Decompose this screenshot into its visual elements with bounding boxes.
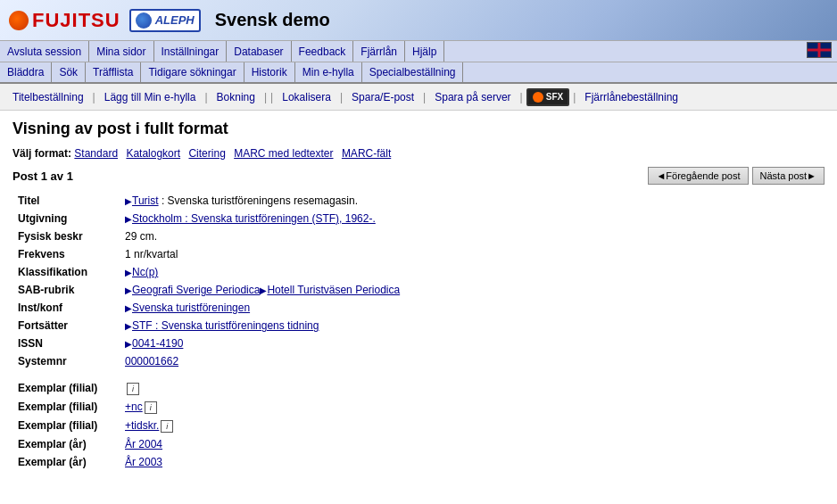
field-name-issn: ISSN [12,335,120,352]
nav-tidigare[interactable]: Tidigare sökningar [141,62,244,82]
format-katalogkort[interactable]: Katalogkort [126,147,180,160]
nav-historik[interactable]: Historik [244,62,295,82]
sab-hotell-link[interactable]: Hotell Turistväsen Periodica [267,284,400,296]
nav-special[interactable]: Specialbeställning [362,62,464,82]
content: Visning av post i fullt format Välj form… [0,111,837,480]
field-value-klass: ▶Nc(p) [120,263,825,281]
nav-feedback[interactable]: Feedback [292,41,354,62]
prev-post-button[interactable]: ◄Föregående post [648,167,748,185]
info-icon[interactable]: i [145,401,157,414]
nav-top: Avsluta session Mina sidor Inställningar… [0,41,837,62]
field-value-fysisk: 29 cm. [120,227,825,245]
toolbar-fjarrlaan[interactable]: Fjärrlånebeställning [579,91,684,103]
toolbar-bokning[interactable]: Bokning [211,91,261,103]
field-name-sab: SAB-rubrik [12,281,120,299]
toolbar-spara-server[interactable]: Spara på server [429,91,516,103]
nav-mina-sidor[interactable]: Mina sidor [89,41,153,62]
table-row: Fysisk beskr 29 cm. [12,227,825,245]
exemplar4-link[interactable]: År 2004 [125,438,162,450]
toolbar-lagg-till[interactable]: Lägg till Min e-hylla [99,91,202,103]
nav-bottom: Bläddra Sök Träfflista Tidigare sökninga… [0,62,837,84]
tri-icon: ▶ [125,321,132,331]
nav-trafflista[interactable]: Träfflista [86,62,141,82]
fortsatter-link[interactable]: STF : Svenska turistföreningens tidning [132,319,319,332]
table-row: ISSN ▶0041-4190 [12,335,825,352]
sfx-button[interactable]: SFX [526,88,569,106]
table-row: Titel ▶Turist : Svenska turistföreningen… [12,192,825,210]
klass-link[interactable]: Nc(p) [132,266,158,278]
nav-hjalp[interactable]: Hjälp [405,41,444,62]
field-value-exemplar4: År 2004 [120,435,825,453]
utgivning-link[interactable]: Stockholm : Svenska turistföreningen (ST… [132,212,376,225]
info-icon[interactable]: i [127,383,139,395]
field-name-exemplar1: Exemplar (filial) [12,379,120,398]
field-name-exemplar2: Exemplar (filial) [12,398,120,417]
header: FUJITSU ALEPH Svensk demo [0,0,837,41]
nav-bladd ra[interactable]: Bläddra [0,62,52,82]
field-name-exemplar4: Exemplar (år) [12,435,120,453]
field-value-exemplar1: i [120,379,825,398]
next-post-button[interactable]: Nästa post► [752,167,825,185]
table-row: Exemplar (år) År 2004 [12,435,825,453]
post-label: Post 1 av 1 [12,169,73,183]
titel-link[interactable]: Turist [132,194,159,207]
table-row: Exemplar (filial) i [12,379,825,398]
fujitsu-text: FUJITSU [32,9,120,32]
format-standard[interactable]: Standard [74,147,118,160]
toolbar-spara-epost[interactable]: Spara/E-post [346,91,419,103]
exemplar3-link[interactable]: +tidskr. [125,419,159,432]
table-row: Systemnr 000001662 [12,352,825,370]
table-row: Klassifikation ▶Nc(p) [12,263,825,281]
field-value-issn: ▶0041-4190 [120,335,825,352]
format-marc-ledtexter[interactable]: MARC med ledtexter [234,147,333,160]
nav-min-ehylla[interactable]: Min e-hylla [295,62,362,82]
nav-installningar[interactable]: Inställningar [154,41,228,62]
field-name-exemplar3: Exemplar (filial) [12,417,120,435]
info-icon[interactable]: i [161,420,173,433]
field-name-exemplar5: Exemplar (år) [12,453,120,471]
systemnr-link[interactable]: 000001662 [125,355,178,368]
format-citering[interactable]: Citering [188,147,225,160]
site-title: Svensk demo [215,10,330,30]
fujitsu-dot [9,11,29,30]
uk-flag-icon[interactable] [807,42,832,58]
toolbar: Titelbeställning | Lägg till Min e-hylla… [0,84,837,111]
nav-databaser[interactable]: Databaser [227,41,291,62]
tri-icon: ▶ [125,303,132,313]
aleph-logo: ALEPH [129,9,201,32]
sab-geografi-link[interactable]: Geografi Sverige Periodica [132,284,260,296]
field-value-sab: ▶Geografi Sverige Periodica▶Hotell Turis… [120,281,825,299]
page-heading: Visning av post i fullt format [12,120,825,138]
field-name-klass: Klassifikation [12,263,120,281]
post-nav: Post 1 av 1 ◄Föregående post Nästa post► [12,167,825,185]
nav-fjarrlaan[interactable]: Fjärrlån [353,41,405,62]
table-row: Exemplar (år) År 2003 [12,453,825,471]
toolbar-titelbestallning[interactable]: Titelbeställning [7,91,89,103]
table-row: Fortsätter ▶STF : Svenska turistförening… [12,317,825,335]
exemplar2-link[interactable]: +nc [125,401,143,413]
fujitsu-logo: FUJITSU [9,9,120,32]
flag-container [807,42,837,61]
tri-icon: ▶ [125,268,132,277]
tri-icon: ▶ [125,285,132,295]
nav-avsluta[interactable]: Avsluta session [0,41,89,62]
aleph-globe-icon [136,12,152,29]
post-buttons: ◄Föregående post Nästa post► [648,167,825,185]
toolbar-lokalisera[interactable]: Lokalisera [277,91,336,103]
tri-icon: ▶ [125,196,132,206]
record-table: Titel ▶Turist : Svenska turistföreningen… [12,192,825,471]
table-row: Utgivning ▶Stockholm : Svenska turistför… [12,210,825,227]
table-row: Exemplar (filial) +nci [12,398,825,417]
inst-link[interactable]: Svenska turistföreningen [132,302,250,314]
issn-link[interactable]: 0041-4190 [132,337,183,350]
field-name-systemnr: Systemnr [12,352,120,370]
nav-sok[interactable]: Sök [52,62,86,82]
field-value-exemplar5: År 2003 [120,453,825,471]
format-marc-falt[interactable]: MARC-fält [342,147,391,160]
field-value-inst: ▶Svenska turistföreningen [120,299,825,317]
format-label: Välj format: [12,147,71,160]
aleph-text: ALEPH [155,13,195,27]
exemplar5-link[interactable]: År 2003 [125,456,162,468]
field-name-utgivning: Utgivning [12,210,120,227]
field-value-systemnr: 000001662 [120,352,825,370]
